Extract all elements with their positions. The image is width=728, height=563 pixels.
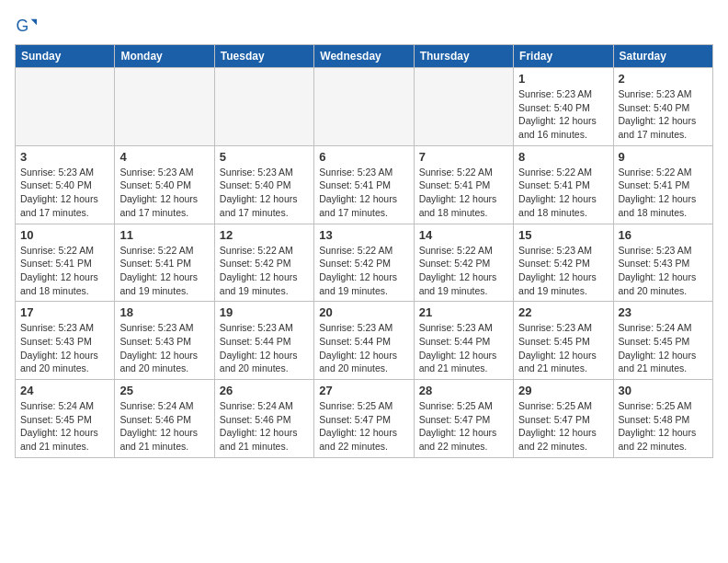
day-of-week-header: Tuesday <box>214 45 313 68</box>
calendar-cell: 7Sunrise: 5:22 AM Sunset: 5:41 PM Daylig… <box>414 145 513 224</box>
day-number: 11 <box>119 228 209 242</box>
day-info: Sunrise: 5:25 AM Sunset: 5:47 PM Dayligh… <box>518 399 608 454</box>
day-info: Sunrise: 5:22 AM Sunset: 5:41 PM Dayligh… <box>419 166 508 220</box>
day-info: Sunrise: 5:23 AM Sunset: 5:44 PM Dayligh… <box>220 321 309 375</box>
day-number: 24 <box>20 384 109 397</box>
calendar-cell: 4Sunrise: 5:23 AM Sunset: 5:40 PM Daylig… <box>115 145 214 224</box>
calendar-cell: 22Sunrise: 5:23 AM Sunset: 5:45 PM Dayli… <box>514 302 613 380</box>
day-of-week-header: Sunday <box>16 45 115 68</box>
day-number: 23 <box>619 305 708 319</box>
day-info: Sunrise: 5:23 AM Sunset: 5:43 PM Dayligh… <box>119 321 209 375</box>
day-number: 2 <box>619 72 708 86</box>
day-number: 9 <box>619 150 708 164</box>
calendar-week-row: 1Sunrise: 5:23 AM Sunset: 5:40 PM Daylig… <box>16 68 713 146</box>
day-number: 7 <box>419 150 508 164</box>
day-number: 30 <box>619 384 708 397</box>
day-info: Sunrise: 5:24 AM Sunset: 5:45 PM Dayligh… <box>619 321 708 375</box>
calendar-cell: 25Sunrise: 5:24 AM Sunset: 5:46 PM Dayli… <box>115 380 214 458</box>
day-number: 21 <box>419 305 508 319</box>
calendar-cell: 3Sunrise: 5:23 AM Sunset: 5:40 PM Daylig… <box>16 145 115 224</box>
day-number: 17 <box>20 305 109 319</box>
day-number: 16 <box>619 228 708 242</box>
logo: G <box>15 15 40 37</box>
day-info: Sunrise: 5:25 AM Sunset: 5:48 PM Dayligh… <box>619 399 708 454</box>
day-info: Sunrise: 5:23 AM Sunset: 5:40 PM Dayligh… <box>119 166 209 220</box>
day-info: Sunrise: 5:25 AM Sunset: 5:47 PM Dayligh… <box>419 399 508 454</box>
day-number: 25 <box>119 384 209 397</box>
day-number: 27 <box>319 384 408 397</box>
calendar-cell: 6Sunrise: 5:23 AM Sunset: 5:41 PM Daylig… <box>314 145 414 224</box>
calendar-cell: 5Sunrise: 5:23 AM Sunset: 5:40 PM Daylig… <box>214 145 313 224</box>
day-info: Sunrise: 5:23 AM Sunset: 5:43 PM Dayligh… <box>20 321 109 375</box>
calendar-cell: 8Sunrise: 5:22 AM Sunset: 5:41 PM Daylig… <box>514 145 613 224</box>
day-of-week-header: Friday <box>514 45 613 68</box>
calendar-week-row: 24Sunrise: 5:24 AM Sunset: 5:45 PM Dayli… <box>16 380 713 458</box>
day-info: Sunrise: 5:24 AM Sunset: 5:45 PM Dayligh… <box>20 399 109 454</box>
day-info: Sunrise: 5:25 AM Sunset: 5:47 PM Dayligh… <box>319 399 408 454</box>
calendar-cell: 13Sunrise: 5:22 AM Sunset: 5:42 PM Dayli… <box>314 224 414 302</box>
day-number: 22 <box>518 305 608 319</box>
day-number: 1 <box>518 72 608 86</box>
day-info: Sunrise: 5:23 AM Sunset: 5:44 PM Dayligh… <box>419 321 508 375</box>
day-number: 19 <box>220 305 309 319</box>
day-info: Sunrise: 5:22 AM Sunset: 5:41 PM Dayligh… <box>119 244 209 298</box>
calendar-cell: 15Sunrise: 5:23 AM Sunset: 5:42 PM Dayli… <box>514 224 613 302</box>
calendar-cell: 18Sunrise: 5:23 AM Sunset: 5:43 PM Dayli… <box>115 302 214 380</box>
day-number: 3 <box>20 150 109 164</box>
calendar-cell: 10Sunrise: 5:22 AM Sunset: 5:41 PM Dayli… <box>16 224 115 302</box>
calendar-cell: 28Sunrise: 5:25 AM Sunset: 5:47 PM Dayli… <box>414 380 513 458</box>
day-info: Sunrise: 5:22 AM Sunset: 5:42 PM Dayligh… <box>220 244 309 298</box>
calendar-cell: 20Sunrise: 5:23 AM Sunset: 5:44 PM Dayli… <box>314 302 414 380</box>
day-number: 12 <box>220 228 309 242</box>
day-info: Sunrise: 5:22 AM Sunset: 5:41 PM Dayligh… <box>619 166 708 220</box>
day-info: Sunrise: 5:23 AM Sunset: 5:45 PM Dayligh… <box>518 321 608 375</box>
day-number: 13 <box>319 228 408 242</box>
day-number: 20 <box>319 305 408 319</box>
calendar-cell: 11Sunrise: 5:22 AM Sunset: 5:41 PM Dayli… <box>115 224 214 302</box>
day-number: 15 <box>518 228 608 242</box>
day-of-week-header: Monday <box>115 45 214 68</box>
calendar-cell: 17Sunrise: 5:23 AM Sunset: 5:43 PM Dayli… <box>16 302 115 380</box>
calendar-cell: 14Sunrise: 5:22 AM Sunset: 5:42 PM Dayli… <box>414 224 513 302</box>
logo-icon: G <box>15 15 37 37</box>
day-number: 14 <box>419 228 508 242</box>
calendar-cell: 2Sunrise: 5:23 AM Sunset: 5:40 PM Daylig… <box>613 68 712 146</box>
calendar-cell <box>414 68 513 146</box>
day-number: 5 <box>220 150 309 164</box>
calendar-table: SundayMondayTuesdayWednesdayThursdayFrid… <box>15 44 713 458</box>
svg-marker-1 <box>31 19 37 25</box>
day-number: 26 <box>220 384 309 397</box>
day-info: Sunrise: 5:23 AM Sunset: 5:44 PM Dayligh… <box>319 321 408 375</box>
calendar-cell <box>16 68 115 146</box>
svg-text:G: G <box>17 17 29 35</box>
calendar-week-row: 3Sunrise: 5:23 AM Sunset: 5:40 PM Daylig… <box>16 145 713 224</box>
day-info: Sunrise: 5:23 AM Sunset: 5:40 PM Dayligh… <box>619 87 708 142</box>
calendar-cell <box>115 68 214 146</box>
day-info: Sunrise: 5:23 AM Sunset: 5:41 PM Dayligh… <box>319 166 408 220</box>
day-info: Sunrise: 5:24 AM Sunset: 5:46 PM Dayligh… <box>119 399 209 454</box>
day-info: Sunrise: 5:23 AM Sunset: 5:40 PM Dayligh… <box>20 166 109 220</box>
day-info: Sunrise: 5:23 AM Sunset: 5:42 PM Dayligh… <box>518 244 608 298</box>
calendar-cell: 21Sunrise: 5:23 AM Sunset: 5:44 PM Dayli… <box>414 302 513 380</box>
day-number: 18 <box>119 305 209 319</box>
calendar-cell: 29Sunrise: 5:25 AM Sunset: 5:47 PM Dayli… <box>514 380 613 458</box>
day-number: 6 <box>319 150 408 164</box>
calendar-cell <box>314 68 414 146</box>
day-number: 29 <box>518 384 608 397</box>
day-info: Sunrise: 5:23 AM Sunset: 5:40 PM Dayligh… <box>518 87 608 142</box>
day-number: 4 <box>119 150 209 164</box>
day-of-week-header: Saturday <box>613 45 712 68</box>
day-info: Sunrise: 5:24 AM Sunset: 5:46 PM Dayligh… <box>220 399 309 454</box>
calendar-cell: 23Sunrise: 5:24 AM Sunset: 5:45 PM Dayli… <box>613 302 712 380</box>
day-info: Sunrise: 5:23 AM Sunset: 5:43 PM Dayligh… <box>619 244 708 298</box>
calendar-cell: 1Sunrise: 5:23 AM Sunset: 5:40 PM Daylig… <box>514 68 613 146</box>
day-info: Sunrise: 5:22 AM Sunset: 5:42 PM Dayligh… <box>319 244 408 298</box>
calendar-cell: 27Sunrise: 5:25 AM Sunset: 5:47 PM Dayli… <box>314 380 414 458</box>
calendar-cell: 24Sunrise: 5:24 AM Sunset: 5:45 PM Dayli… <box>16 380 115 458</box>
day-info: Sunrise: 5:22 AM Sunset: 5:41 PM Dayligh… <box>20 244 109 298</box>
day-info: Sunrise: 5:23 AM Sunset: 5:40 PM Dayligh… <box>220 166 309 220</box>
calendar-cell: 16Sunrise: 5:23 AM Sunset: 5:43 PM Dayli… <box>613 224 712 302</box>
day-info: Sunrise: 5:22 AM Sunset: 5:41 PM Dayligh… <box>518 166 608 220</box>
day-header-row: SundayMondayTuesdayWednesdayThursdayFrid… <box>16 45 713 68</box>
calendar-week-row: 10Sunrise: 5:22 AM Sunset: 5:41 PM Dayli… <box>16 224 713 302</box>
